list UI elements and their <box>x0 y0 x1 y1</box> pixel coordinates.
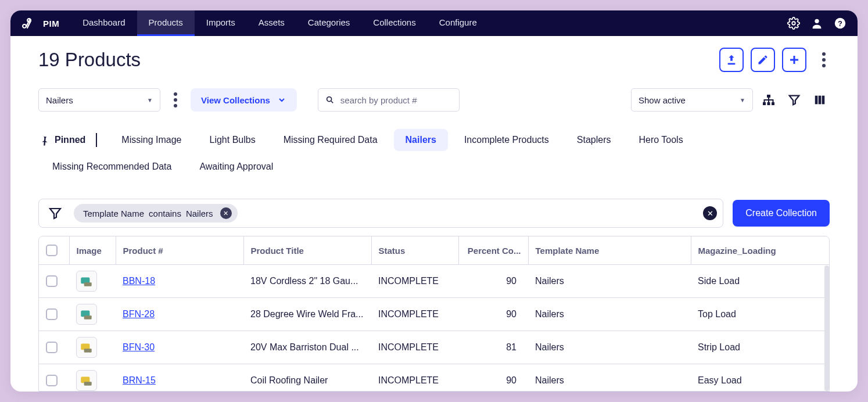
brand-label: PIM <box>43 19 59 28</box>
filter-icon[interactable] <box>784 90 804 110</box>
pinned-tab[interactable]: Awaiting Approval <box>188 156 285 178</box>
pinned-tab[interactable]: Incomplete Products <box>453 129 561 151</box>
filter-box: Template Name contains Nailers ✕ ✕ <box>38 199 723 228</box>
caret-down-icon: ▼ <box>147 97 153 103</box>
chevron-down-icon <box>277 95 286 105</box>
col-status[interactable]: Status <box>371 236 458 265</box>
more-menu-icon[interactable] <box>818 52 830 67</box>
product-sku-link[interactable]: BFN-30 <box>123 342 155 352</box>
col-title[interactable]: Product Title <box>243 236 371 265</box>
col-template[interactable]: Template Name <box>528 236 691 265</box>
view-collections-button[interactable]: View Collections <box>191 88 297 112</box>
search-icon <box>325 95 335 105</box>
svg-point-1 <box>815 19 819 23</box>
svg-rect-10 <box>815 96 818 105</box>
pinned-tabs: Pinned Missing ImageLight BulbsMissing R… <box>38 127 830 180</box>
svg-rect-9 <box>772 102 774 105</box>
nav-item-imports[interactable]: Imports <box>195 10 247 36</box>
gear-icon[interactable] <box>782 10 805 36</box>
user-icon[interactable] <box>805 10 828 36</box>
nav-item-products[interactable]: Products <box>137 10 195 36</box>
status-select-value: Show active <box>639 95 686 105</box>
col-magazine[interactable]: Magazine_Loading <box>691 236 829 265</box>
product-status: INCOMPLETE <box>371 364 458 392</box>
divider <box>96 133 97 147</box>
svg-rect-14 <box>84 282 92 286</box>
product-thumbnail[interactable] <box>76 304 97 325</box>
nav-item-configure[interactable]: Configure <box>428 10 489 36</box>
filter-chip-field: Template Name <box>83 209 144 218</box>
nav-item-collections[interactable]: Collections <box>361 10 427 36</box>
search-input[interactable] <box>340 95 452 105</box>
product-title: 28 Degree Wire Weld Fra... <box>243 298 371 331</box>
row-checkbox[interactable] <box>46 375 58 386</box>
edit-button[interactable] <box>751 48 775 72</box>
product-sku-link[interactable]: BFN-28 <box>123 309 155 319</box>
titlebar: 19 Products <box>38 48 830 72</box>
products-table: Image Product # Product Title Status Per… <box>38 236 830 392</box>
product-thumbnail[interactable] <box>76 370 97 391</box>
columns-icon[interactable] <box>810 90 830 110</box>
clear-filters-icon[interactable]: ✕ <box>703 206 717 220</box>
col-sku[interactable]: Product # <box>116 236 243 265</box>
filter-row: Template Name contains Nailers ✕ ✕ Creat… <box>38 199 830 228</box>
row-checkbox[interactable] <box>46 275 58 287</box>
pinned-tab[interactable]: Hero Tools <box>627 129 694 151</box>
category-select-value: Nailers <box>46 95 73 105</box>
row-checkbox[interactable] <box>46 342 58 353</box>
product-percent: 90 <box>458 298 528 331</box>
product-status: INCOMPLETE <box>371 265 458 298</box>
filter-chip[interactable]: Template Name contains Nailers ✕ <box>74 204 238 222</box>
pinned-tab[interactable]: Staplers <box>565 129 623 151</box>
scrollbar[interactable] <box>824 265 829 391</box>
remove-chip-icon[interactable]: ✕ <box>220 207 232 219</box>
pinned-tab[interactable]: Light Bulbs <box>198 129 267 151</box>
status-select[interactable]: Show active ▼ <box>631 88 753 112</box>
product-percent: 81 <box>458 331 528 364</box>
table-row: BFN-28 28 Degree Wire Weld Fra... INCOMP… <box>39 298 829 331</box>
category-select[interactable]: Nailers ▼ <box>38 88 160 112</box>
svg-text:?: ? <box>838 19 842 28</box>
svg-rect-16 <box>84 315 92 320</box>
search-box[interactable] <box>318 88 460 112</box>
upload-button[interactable] <box>719 48 744 72</box>
product-sku-link[interactable]: BBN-18 <box>123 276 155 286</box>
product-status: INCOMPLETE <box>371 298 458 331</box>
pinned-tab[interactable]: Missing Recommended Data <box>41 156 183 178</box>
table-row: BBN-18 18V Cordless 2" 18 Gau... INCOMPL… <box>39 265 829 298</box>
product-thumbnail[interactable] <box>76 337 97 358</box>
product-template: Nailers <box>528 364 691 392</box>
pin-icon <box>36 132 52 148</box>
nav-item-categories[interactable]: Categories <box>296 10 362 36</box>
add-button[interactable] <box>782 48 806 72</box>
hierarchy-icon[interactable] <box>759 90 779 110</box>
svg-rect-6 <box>767 95 770 98</box>
svg-rect-8 <box>767 102 770 105</box>
product-magazine: Strip Load <box>691 331 829 364</box>
col-image[interactable]: Image <box>69 236 116 265</box>
product-sku-link[interactable]: BRN-15 <box>123 375 156 385</box>
filter-chip-value: Nailers <box>186 209 213 218</box>
funnel-icon <box>48 206 62 220</box>
nav-item-assets[interactable]: Assets <box>247 10 296 36</box>
product-template: Nailers <box>528 298 691 331</box>
select-all-checkbox[interactable] <box>46 245 58 256</box>
help-icon[interactable]: ? <box>828 10 852 36</box>
create-collection-button[interactable]: Create Collection <box>733 200 830 227</box>
col-percent[interactable]: Percent Co... <box>458 236 528 265</box>
svg-rect-20 <box>84 382 92 386</box>
svg-point-0 <box>792 21 795 25</box>
logo-icon <box>21 16 36 31</box>
pinned-tab[interactable]: Missing Required Data <box>272 129 389 151</box>
product-thumbnail[interactable] <box>76 271 97 292</box>
pinned-tab[interactable]: Nailers <box>394 129 448 151</box>
product-percent: 90 <box>458 364 528 392</box>
svg-rect-12 <box>822 96 825 105</box>
row-checkbox[interactable] <box>46 308 58 320</box>
pinned-tab[interactable]: Missing Image <box>110 129 193 151</box>
nav-item-dashboard[interactable]: Dashboard <box>71 10 137 36</box>
product-template: Nailers <box>528 331 691 364</box>
app-window: PIM DashboardProductsImportsAssetsCatego… <box>10 10 858 392</box>
category-more-icon[interactable] <box>170 92 181 107</box>
product-title: Coil Roofing Nailer <box>243 364 371 392</box>
